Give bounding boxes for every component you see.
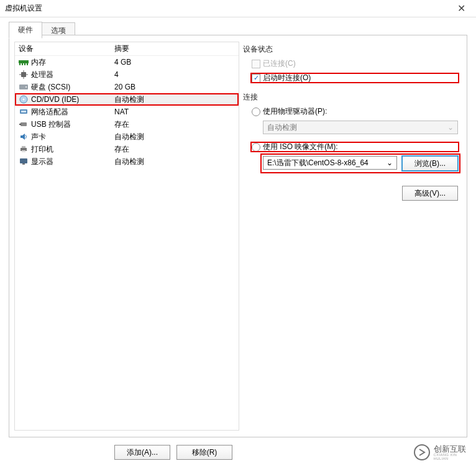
device-row-display[interactable]: 显示器 自动检测 bbox=[15, 155, 239, 168]
watermark-text: 创新互联 bbox=[434, 445, 472, 453]
connect-at-power-on-label: 启动时连接(O) bbox=[263, 73, 311, 83]
device-row-cpu[interactable]: 处理器 4 bbox=[15, 68, 239, 81]
physical-drive-combo: 自动检测 ⌄ bbox=[263, 121, 458, 134]
device-name: 打印机 bbox=[31, 144, 53, 155]
iso-file-combo[interactable]: E:\迅雷下载\CentOS-8-x86_64 ⌄ bbox=[263, 156, 397, 170]
svg-point-24 bbox=[414, 445, 429, 460]
device-row-printer[interactable]: 打印机 存在 bbox=[15, 143, 239, 155]
connected-checkbox bbox=[252, 60, 260, 68]
device-row-memory[interactable]: 内存 4 GB bbox=[15, 56, 239, 68]
device-name: USB 控制器 bbox=[31, 119, 71, 130]
use-physical-radio[interactable] bbox=[252, 107, 260, 116]
device-name: 声卡 bbox=[31, 132, 46, 142]
svg-rect-4 bbox=[27, 63, 28, 65]
connected-label: 已连接(C) bbox=[263, 58, 296, 69]
use-iso-label: 使用 ISO 映像文件(M): bbox=[263, 142, 338, 152]
svg-rect-21 bbox=[22, 150, 25, 152]
use-iso-radio[interactable] bbox=[252, 143, 260, 152]
memory-icon bbox=[19, 58, 29, 66]
svg-marker-18 bbox=[21, 134, 25, 140]
svg-point-11 bbox=[25, 86, 27, 88]
device-summary: 4 bbox=[114, 70, 236, 79]
connection-title: 连接 bbox=[243, 92, 458, 103]
watermark-subtext: CXIANG XIN HULIAN bbox=[434, 453, 472, 460]
connect-at-power-on-row[interactable]: ✓ 启动时连接(O) bbox=[252, 73, 458, 83]
device-summary: 存在 bbox=[114, 119, 236, 130]
use-iso-radio-row[interactable]: 使用 ISO 映像文件(M): bbox=[252, 142, 458, 152]
add-button[interactable]: 添加(A)... bbox=[114, 445, 170, 460]
svg-rect-16 bbox=[21, 122, 27, 126]
device-row-network[interactable]: 网络适配器 NAT bbox=[15, 106, 239, 118]
use-physical-label: 使用物理驱动器(P): bbox=[263, 106, 327, 117]
device-list[interactable]: 设备 摘要 内存 4 GB 处理器 4 bbox=[14, 42, 239, 431]
usb-icon bbox=[19, 120, 29, 129]
svg-rect-15 bbox=[21, 111, 26, 112]
browse-button[interactable]: 浏览(B)... bbox=[402, 156, 458, 171]
disk-icon bbox=[19, 83, 29, 91]
device-summary: 存在 bbox=[114, 144, 236, 155]
cpu-icon bbox=[19, 70, 29, 79]
connect-at-power-on-checkbox[interactable]: ✓ bbox=[252, 74, 260, 83]
advanced-button[interactable]: 高级(V)... bbox=[402, 186, 458, 201]
physical-drive-value: 自动检测 bbox=[267, 122, 297, 133]
watermark: 创新互联 CXIANG XIN HULIAN bbox=[413, 441, 472, 464]
printer-icon bbox=[19, 145, 29, 153]
close-icon[interactable]: ✕ bbox=[451, 4, 471, 14]
device-summary: 自动检测 bbox=[114, 157, 236, 167]
device-name: CD/DVD (IDE) bbox=[31, 95, 79, 104]
svg-rect-2 bbox=[22, 63, 23, 65]
device-status-title: 设备状态 bbox=[243, 44, 458, 55]
remove-button[interactable]: 移除(R) bbox=[176, 445, 232, 460]
device-header-device: 设备 bbox=[17, 43, 114, 54]
use-physical-radio-row[interactable]: 使用物理驱动器(P): bbox=[252, 106, 458, 117]
svg-rect-22 bbox=[20, 158, 27, 163]
device-name: 网络适配器 bbox=[31, 107, 68, 117]
network-icon bbox=[19, 107, 29, 116]
device-summary: 自动检测 bbox=[114, 94, 236, 105]
svg-rect-5 bbox=[21, 72, 26, 77]
display-icon bbox=[19, 157, 29, 166]
device-row-disk[interactable]: 硬盘 (SCSI) 20 GB bbox=[15, 81, 239, 93]
device-summary: 自动检测 bbox=[114, 132, 236, 142]
chevron-down-icon[interactable]: ⌄ bbox=[387, 158, 393, 167]
watermark-icon bbox=[413, 443, 431, 462]
iso-file-value: E:\迅雷下载\CentOS-8-x86_64 bbox=[267, 158, 368, 168]
svg-rect-0 bbox=[19, 60, 29, 63]
chevron-down-icon: ⌄ bbox=[447, 123, 454, 132]
device-name: 显示器 bbox=[31, 157, 53, 167]
device-row-usb[interactable]: USB 控制器 存在 bbox=[15, 118, 239, 130]
device-header-summary: 摘要 bbox=[114, 43, 236, 54]
svg-rect-1 bbox=[19, 63, 21, 65]
device-name: 处理器 bbox=[31, 70, 53, 80]
sound-icon bbox=[19, 132, 29, 141]
device-summary: 20 GB bbox=[114, 83, 236, 91]
device-row-sound[interactable]: 声卡 自动检测 bbox=[15, 130, 239, 143]
device-row-cdrom[interactable]: CD/DVD (IDE) 自动检测 bbox=[15, 93, 239, 106]
svg-rect-17 bbox=[19, 124, 21, 125]
device-name: 硬盘 (SCSI) bbox=[31, 82, 70, 93]
device-summary: NAT bbox=[114, 107, 236, 116]
svg-rect-20 bbox=[22, 146, 25, 148]
svg-rect-23 bbox=[22, 163, 25, 165]
device-name: 内存 bbox=[31, 57, 46, 68]
svg-rect-3 bbox=[24, 63, 25, 65]
tab-hardware[interactable]: 硬件 bbox=[9, 22, 42, 39]
cdrom-icon bbox=[19, 95, 29, 104]
svg-point-13 bbox=[23, 99, 25, 101]
device-summary: 4 GB bbox=[114, 58, 236, 66]
window-title: 虚拟机设置 bbox=[5, 3, 451, 14]
